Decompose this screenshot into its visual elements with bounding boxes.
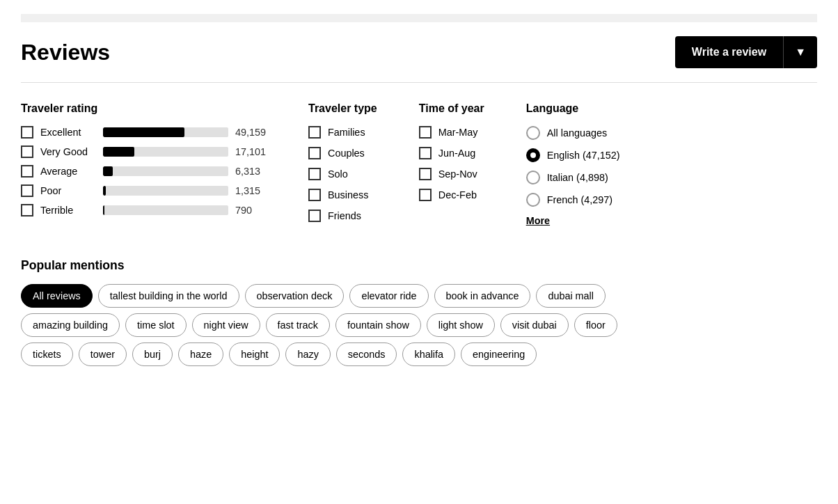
- rating-bar-fill: [103, 205, 104, 215]
- rating-bar-fill: [103, 186, 106, 196]
- write-review-button[interactable]: Write a review: [675, 36, 783, 68]
- rating-bar-fill: [103, 127, 184, 137]
- language-rows: All languagesEnglish (47,152)Italian (4,…: [526, 126, 620, 207]
- tag-pill[interactable]: height: [229, 342, 280, 366]
- traveler-rating-title: Traveler rating: [21, 102, 267, 115]
- tags-row: All reviewstallest building in the world…: [21, 284, 817, 308]
- traveler-type-group: Traveler type FamiliesCouplesSoloBusines…: [308, 102, 377, 230]
- rating-count: 790: [235, 205, 267, 216]
- tag-pill[interactable]: tickets: [21, 342, 73, 366]
- tag-pill[interactable]: dubai mall: [536, 284, 606, 308]
- rating-label: Terrible: [40, 205, 96, 216]
- traveler-type-checkbox[interactable]: [308, 189, 321, 201]
- traveler-type-row: Couples: [308, 147, 377, 159]
- rating-row: Terrible790: [21, 204, 267, 216]
- traveler-type-row: Solo: [308, 168, 377, 180]
- reviews-title: Reviews: [21, 40, 110, 65]
- filters-section: Traveler rating Excellent49,159Very Good…: [21, 102, 817, 230]
- traveler-type-title: Traveler type: [308, 102, 377, 115]
- rating-checkbox[interactable]: [21, 145, 33, 158]
- tag-pill[interactable]: khalifa: [402, 342, 455, 366]
- rating-label: Excellent: [40, 127, 96, 138]
- language-radio-button[interactable]: [526, 126, 540, 140]
- time-of-year-label: Dec-Feb: [438, 189, 477, 200]
- rating-rows: Excellent49,159Very Good17,101Average6,3…: [21, 126, 267, 216]
- tag-pill[interactable]: time slot: [125, 313, 187, 337]
- traveler-type-row: Friends: [308, 210, 377, 222]
- tag-pill[interactable]: tower: [79, 342, 127, 366]
- rating-checkbox[interactable]: [21, 204, 33, 216]
- rating-bar-container: [103, 186, 228, 196]
- traveler-type-checkbox[interactable]: [308, 210, 321, 222]
- traveler-type-label: Couples: [328, 148, 365, 159]
- language-radio-button[interactable]: [526, 148, 540, 162]
- traveler-type-row: Business: [308, 189, 377, 201]
- rating-checkbox[interactable]: [21, 184, 33, 197]
- language-radio-button[interactable]: [526, 193, 540, 207]
- write-review-dropdown-button[interactable]: ▼: [783, 36, 817, 68]
- tag-pill[interactable]: visit dubai: [500, 313, 569, 337]
- tag-pill[interactable]: seconds: [336, 342, 397, 366]
- rating-bar-fill: [103, 166, 113, 176]
- rating-label: Average: [40, 166, 96, 177]
- time-of-year-label: Jun-Aug: [438, 148, 476, 159]
- time-of-year-checkbox[interactable]: [419, 126, 432, 139]
- language-row: All languages: [526, 126, 620, 140]
- tag-pill[interactable]: book in advance: [434, 284, 531, 308]
- tag-pill[interactable]: tallest building in the world: [98, 284, 239, 308]
- time-of-year-checkbox[interactable]: [419, 189, 432, 201]
- section-divider: [21, 82, 817, 83]
- tag-pill[interactable]: fountain show: [335, 313, 421, 337]
- language-title: Language: [526, 102, 620, 115]
- rating-row: Poor1,315: [21, 184, 267, 197]
- tag-pill[interactable]: fast track: [266, 313, 330, 337]
- traveler-type-row: Families: [308, 126, 377, 139]
- popular-mentions-rows: All reviewstallest building in the world…: [21, 284, 817, 366]
- time-of-year-title: Time of year: [419, 102, 484, 115]
- tag-pill[interactable]: observation deck: [245, 284, 345, 308]
- tag-pill[interactable]: All reviews: [21, 284, 93, 308]
- traveler-type-label: Friends: [328, 210, 361, 221]
- tag-pill[interactable]: engineering: [461, 342, 537, 366]
- tag-pill[interactable]: amazing building: [21, 313, 120, 337]
- traveler-type-rows: FamiliesCouplesSoloBusinessFriends: [308, 126, 377, 222]
- time-of-year-row: Mar-May: [419, 126, 484, 139]
- time-of-year-row: Jun-Aug: [419, 147, 484, 159]
- language-row: English (47,152): [526, 148, 620, 162]
- tag-pill[interactable]: floor: [574, 313, 617, 337]
- language-row: Italian (4,898): [526, 171, 620, 184]
- rating-bar-container: [103, 166, 228, 176]
- write-review-btn-group: Write a review ▼: [675, 36, 817, 68]
- traveler-type-checkbox[interactable]: [308, 168, 321, 180]
- rating-checkbox[interactable]: [21, 165, 33, 178]
- tag-pill[interactable]: night view: [192, 313, 260, 337]
- popular-mentions-section: Popular mentions All reviewstallest buil…: [21, 258, 817, 366]
- top-bar: [21, 14, 817, 22]
- rating-bar-container: [103, 205, 228, 215]
- time-of-year-checkbox[interactable]: [419, 147, 432, 159]
- time-of-year-row: Dec-Feb: [419, 189, 484, 201]
- tag-pill[interactable]: light show: [427, 313, 495, 337]
- language-radio-button[interactable]: [526, 171, 540, 184]
- rating-bar-container: [103, 147, 228, 157]
- language-group: Language All languagesEnglish (47,152)It…: [526, 102, 620, 230]
- traveler-type-checkbox[interactable]: [308, 147, 321, 159]
- language-label: English (47,152): [547, 150, 620, 161]
- tag-pill[interactable]: haze: [178, 342, 223, 366]
- language-row: French (4,297): [526, 193, 620, 207]
- tag-pill[interactable]: burj: [132, 342, 173, 366]
- time-of-year-label: Sep-Nov: [438, 168, 477, 180]
- language-label: All languages: [547, 127, 607, 139]
- time-of-year-group: Time of year Mar-MayJun-AugSep-NovDec-Fe…: [419, 102, 484, 230]
- language-more-link[interactable]: More: [526, 215, 620, 226]
- rating-row: Average6,313: [21, 165, 267, 178]
- tag-pill[interactable]: hazy: [285, 342, 330, 366]
- traveler-type-checkbox[interactable]: [308, 126, 321, 139]
- reviews-header: Reviews Write a review ▼: [21, 36, 817, 68]
- time-of-year-rows: Mar-MayJun-AugSep-NovDec-Feb: [419, 126, 484, 201]
- rating-checkbox[interactable]: [21, 126, 33, 139]
- tag-pill[interactable]: elevator ride: [349, 284, 428, 308]
- time-of-year-checkbox[interactable]: [419, 168, 432, 180]
- tags-row: ticketstowerburjhazeheighthazysecondskha…: [21, 342, 817, 366]
- rating-bar-container: [103, 127, 228, 137]
